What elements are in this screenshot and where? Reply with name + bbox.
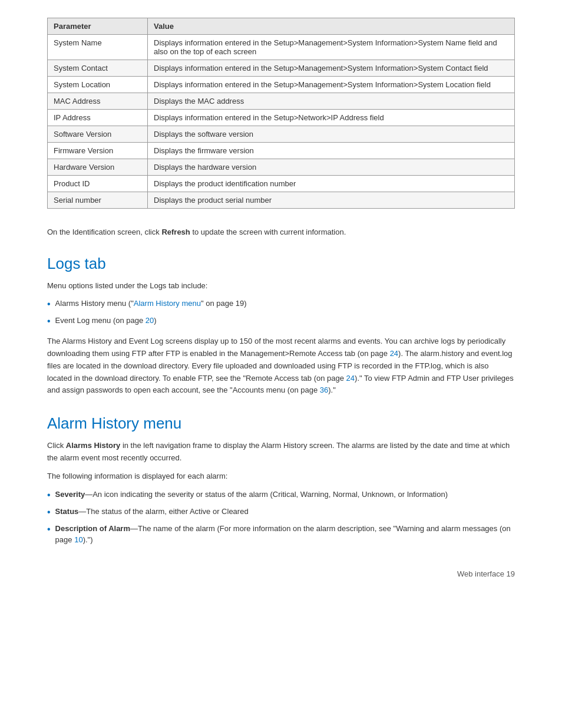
table-cell-parameter: Firmware Version (48, 143, 148, 159)
table-row: System Name Displays information entered… (48, 35, 515, 60)
table-cell-parameter: IP Address (48, 110, 148, 126)
page-24-link-2[interactable]: 24 (346, 374, 355, 383)
logs-tab-body: The Alarms History and Event Log screens… (47, 335, 515, 397)
page-footer: Web interface 19 (47, 569, 515, 578)
table-row: Firmware Version Displays the firmware v… (48, 143, 515, 159)
table-cell-parameter: Product ID (48, 176, 148, 192)
alarms-history-bullet: Alarms History menu ("Alarm History menu… (55, 298, 247, 309)
alarm-history-bullet-list: Severity—An icon indicating the severity… (47, 489, 515, 546)
table-cell-value: Displays the product identification numb… (148, 176, 515, 192)
logs-tab-section: Logs tab Menu options listed under the L… (47, 255, 515, 397)
logs-tab-intro: Menu options listed under the Logs tab i… (47, 280, 515, 292)
event-log-text-before: Event Log menu (on page (55, 316, 146, 325)
severity-bold: Severity (55, 490, 85, 499)
refresh-bold: Refresh (161, 228, 190, 236)
event-log-text-after: ) (154, 316, 156, 325)
body1-final: )." (328, 386, 336, 394)
table-row: IP Address Displays information entered … (48, 110, 515, 126)
list-item: Status—The status of the alarm, either A… (47, 506, 515, 519)
alarms-history-text-after: " on page 19) (201, 299, 247, 308)
alarm-history-bold: Alarms History (66, 441, 120, 450)
page-24-link-1[interactable]: 24 (390, 349, 398, 358)
table-row: System Location Displays information ent… (48, 77, 515, 93)
alarm-history-body1: Click Alarms History in the left navigat… (47, 440, 515, 465)
status-bold: Status (55, 507, 79, 516)
parameter-table-section: Parameter Value System Name Displays inf… (47, 18, 515, 209)
description-bullet: Description of Alarm—The name of the ala… (55, 523, 515, 546)
table-row: Software Version Displays the software v… (48, 126, 515, 143)
table-cell-value: Displays the MAC address (148, 93, 515, 110)
table-cell-value: Displays information entered in the Setu… (148, 35, 515, 60)
table-row: Hardware Version Displays the hardware v… (48, 159, 515, 176)
table-header-parameter: Parameter (48, 18, 148, 35)
alarm-history-heading: Alarm History menu (47, 414, 515, 433)
page-10-link[interactable]: 10 (74, 535, 82, 544)
status-bullet: Status—The status of the alarm, either A… (55, 506, 249, 518)
table-header-value: Value (148, 18, 515, 35)
table-row: MAC Address Displays the MAC address (48, 93, 515, 110)
table-cell-parameter: System Contact (48, 60, 148, 77)
footer-text: Web interface 19 (457, 569, 515, 578)
table-cell-value: Displays information entered in the Setu… (148, 110, 515, 126)
event-log-bullet: Event Log menu (on page 20) (55, 315, 157, 327)
table-cell-value: Displays information entered in the Setu… (148, 77, 515, 93)
table-cell-parameter: System Location (48, 77, 148, 93)
table-cell-value: Displays the hardware version (148, 159, 515, 176)
table-cell-parameter: Software Version (48, 126, 148, 143)
refresh-note: On the Identification screen, click Refr… (47, 226, 515, 238)
list-item: Severity—An icon indicating the severity… (47, 489, 515, 502)
table-cell-parameter: Serial number (48, 192, 148, 209)
description-bold: Description of Alarm (55, 524, 130, 533)
table-cell-parameter: Hardware Version (48, 159, 148, 176)
alarm-history-section: Alarm History menu Click Alarms History … (47, 414, 515, 545)
logs-tab-heading: Logs tab (47, 255, 515, 273)
info-table: Parameter Value System Name Displays inf… (47, 18, 515, 209)
severity-bullet: Severity—An icon indicating the severity… (55, 489, 448, 500)
logs-tab-bullet-list: Alarms History menu ("Alarm History menu… (47, 298, 515, 328)
refresh-note-end: to update the screen with current inform… (190, 228, 346, 236)
table-cell-value: Displays the firmware version (148, 143, 515, 159)
list-item: Event Log menu (on page 20) (47, 315, 515, 328)
table-cell-value: Displays the product serial number (148, 192, 515, 209)
table-cell-parameter: MAC Address (48, 93, 148, 110)
alarm-history-body2: The following information is displayed f… (47, 470, 515, 483)
refresh-note-text: On the Identification screen, click (47, 228, 161, 236)
list-item: Alarms History menu ("Alarm History menu… (47, 298, 515, 311)
event-log-link[interactable]: 20 (146, 316, 154, 325)
list-item: Description of Alarm—The name of the ala… (47, 523, 515, 546)
table-row: System Contact Displays information ente… (48, 60, 515, 77)
table-cell-parameter: System Name (48, 35, 148, 60)
page-36-link[interactable]: 36 (320, 386, 328, 394)
table-row: Product ID Displays the product identifi… (48, 176, 515, 192)
table-row: Serial number Displays the product seria… (48, 192, 515, 209)
alarm-history-text-pre: Click (47, 441, 66, 450)
alarms-history-text-before: Alarms History menu (" (55, 299, 134, 308)
table-cell-value: Displays the software version (148, 126, 515, 143)
alarm-history-link[interactable]: Alarm History menu (134, 299, 201, 308)
table-cell-value: Displays information entered in the Setu… (148, 60, 515, 77)
